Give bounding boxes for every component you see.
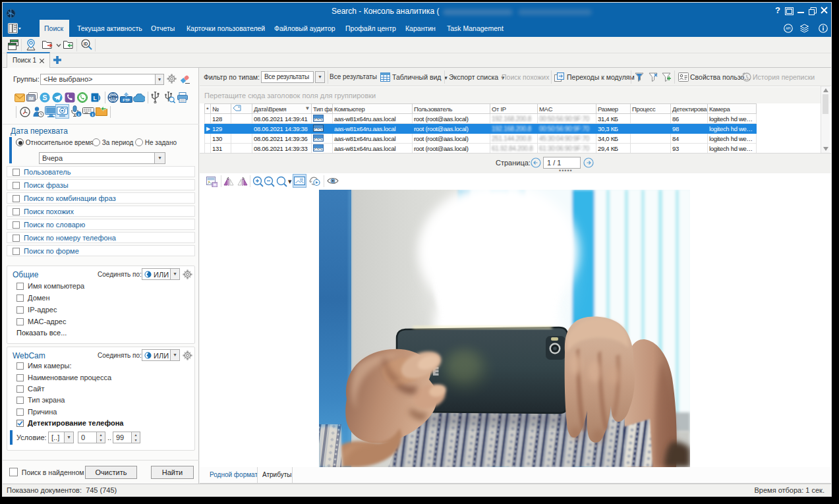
svg-text:L: L	[93, 95, 96, 101]
svg-text:i: i	[78, 112, 80, 117]
svg-text:i: i	[92, 112, 94, 117]
svg-text:FTP: FTP	[123, 98, 130, 102]
svg-text:S: S	[42, 94, 47, 101]
svg-text:API: API	[786, 27, 790, 30]
svg-text:IM: IM	[28, 96, 33, 101]
svg-text:HTTP: HTTP	[109, 96, 118, 99]
svg-text:ID: ID	[84, 42, 88, 46]
